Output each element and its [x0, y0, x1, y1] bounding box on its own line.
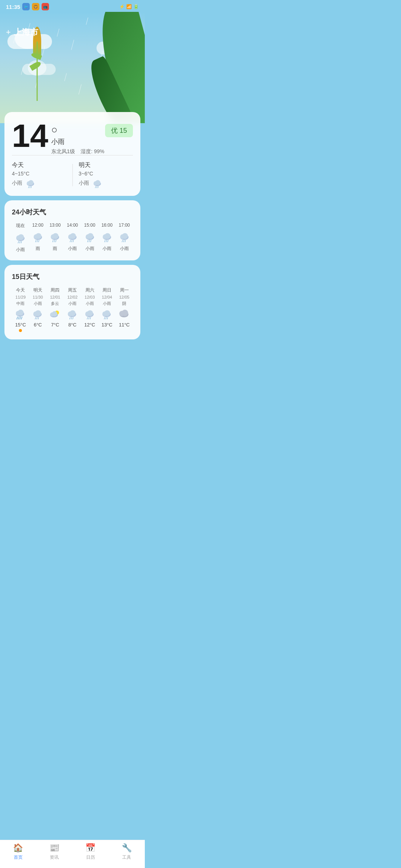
hourly-item: 14:00 小雨: [64, 223, 81, 253]
day-weather: 中雨: [16, 301, 25, 306]
svg-line-87: [106, 318, 107, 319]
svg-line-47: [108, 240, 108, 242]
day-col: 今天 11/29 中雨 15°C: [12, 287, 29, 332]
city-header[interactable]: + 上海市: [6, 27, 38, 38]
hour-label: 16:00: [101, 223, 113, 228]
day-label: 明天: [33, 287, 42, 293]
svg-line-16: [20, 241, 20, 243]
hour-label: 13:00: [49, 223, 61, 228]
wifi-icon: 📶: [126, 4, 132, 9]
day-label: 周四: [50, 287, 59, 293]
tomorrow-weather-row: 小雨: [79, 178, 133, 188]
svg-point-73: [70, 310, 76, 316]
weather-meta: 东北风1级 湿度: 99%: [51, 148, 104, 155]
hour-icon: [32, 231, 44, 243]
wind-info: 东北风1级: [51, 148, 75, 154]
day-icon: [32, 308, 44, 320]
hour-desc: 小雨: [16, 247, 25, 253]
svg-line-21: [35, 240, 36, 242]
hourly-scroll[interactable]: 现在 小雨 12:00 雨 13:00: [12, 223, 133, 253]
day-date: 11/30: [33, 295, 43, 299]
hourly-item: 16:00 小雨: [98, 223, 116, 253]
status-left: 11:35 🐦 🦁 📺: [6, 3, 49, 10]
svg-point-26: [53, 233, 59, 239]
tomorrow-temp: 3~6°C: [79, 171, 133, 177]
day-temp: 15°C: [15, 322, 26, 328]
battery-icon: 🔋: [133, 4, 139, 9]
day-date: 12/02: [67, 295, 78, 299]
today-temp: 4~15°C: [12, 171, 66, 177]
day-temp: 11°C: [119, 322, 130, 328]
svg-line-88: [107, 318, 108, 319]
hour-desc: 小雨: [85, 246, 94, 252]
svg-line-17: [21, 241, 22, 243]
svg-point-91: [121, 310, 128, 316]
svg-line-9: [95, 186, 95, 188]
add-city-icon[interactable]: +: [6, 27, 11, 37]
main-content: 14 ○ 小雨 东北风1级 湿度: 99% 优 15: [0, 112, 145, 348]
svg-line-5: [31, 186, 31, 188]
svg-line-27: [53, 240, 53, 242]
svg-line-82: [90, 318, 91, 319]
app-icon-3: 📺: [42, 3, 49, 10]
svg-line-53: [125, 240, 125, 242]
hour-icon: [101, 231, 113, 243]
day-col: 明天 11/30 小雨 6°C: [29, 287, 47, 332]
aqi-badge: 优 15: [105, 124, 133, 137]
bluetooth-icon: ⚡: [119, 4, 125, 9]
svg-line-45: [105, 240, 105, 242]
svg-line-10: [96, 186, 97, 188]
hourly-item: 17:00 小雨: [115, 223, 133, 253]
today-item: 今天 4~15°C 小雨: [12, 161, 66, 188]
day-date: 12/05: [119, 295, 130, 299]
svg-line-52: [123, 240, 124, 242]
day-icon: [49, 308, 61, 320]
day-col: 周五 12/02 小雨 8°C: [64, 287, 81, 332]
hourly-item: 现在 小雨: [12, 223, 29, 253]
day-label: 周五: [68, 287, 77, 293]
svg-line-33: [70, 240, 71, 242]
svg-point-44: [105, 233, 111, 239]
day-weather: 多云: [51, 301, 59, 306]
svg-line-34: [72, 240, 72, 242]
today-condition: 小雨: [12, 180, 22, 187]
today-tomorrow: 今天 4~15°C 小雨 明天 3~6°C: [12, 161, 133, 188]
day-weather: 阴: [122, 301, 126, 306]
tomorrow-item: 明天 3~6°C 小雨: [79, 161, 133, 188]
temperature-display: 14: [12, 119, 48, 152]
status-bar: 11:35 🐦 🦁 📺 ⚡ 📶 🔋: [0, 0, 145, 12]
hourly-title: 24小时天气: [12, 208, 133, 217]
hourly-forecast-card: 24小时天气 现在 小雨 12:00 雨 13:00: [4, 200, 140, 260]
svg-line-75: [71, 318, 72, 319]
hero-background: + 上海市: [0, 12, 145, 123]
day-col: 周六 12/03 小雨 12°C: [81, 287, 98, 332]
svg-point-70: [52, 311, 57, 316]
svg-line-81: [88, 318, 89, 319]
tomorrow-condition: 小雨: [79, 180, 89, 187]
hour-icon: [118, 231, 130, 243]
svg-point-56: [18, 310, 24, 316]
weather-row-top: 14 ○ 小雨 东北风1级 湿度: 99% 优 15: [12, 119, 133, 155]
day-col: 周日 12/04 小雨 13°C: [98, 287, 116, 332]
svg-line-60: [21, 317, 22, 319]
day-label: 周一: [120, 287, 129, 293]
city-name: 上海市: [14, 27, 38, 38]
hour-label: 14:00: [67, 223, 78, 228]
hour-label: 现在: [16, 223, 25, 229]
hour-label: 17:00: [119, 223, 130, 228]
svg-line-3: [28, 186, 29, 188]
day-date: 12/03: [85, 295, 95, 299]
svg-point-79: [87, 310, 93, 316]
svg-line-35: [73, 240, 74, 242]
svg-line-76: [73, 318, 74, 319]
day-icon: [84, 308, 96, 320]
svg-line-11: [98, 186, 98, 188]
svg-line-41: [90, 240, 91, 242]
svg-line-58: [18, 317, 19, 319]
hourly-item: 15:00 小雨: [81, 223, 98, 253]
svg-line-80: [87, 318, 88, 319]
day-weather: 小雨: [34, 301, 42, 306]
svg-point-50: [122, 233, 128, 239]
svg-line-57: [17, 317, 17, 319]
temp-unit: ○: [51, 124, 58, 135]
